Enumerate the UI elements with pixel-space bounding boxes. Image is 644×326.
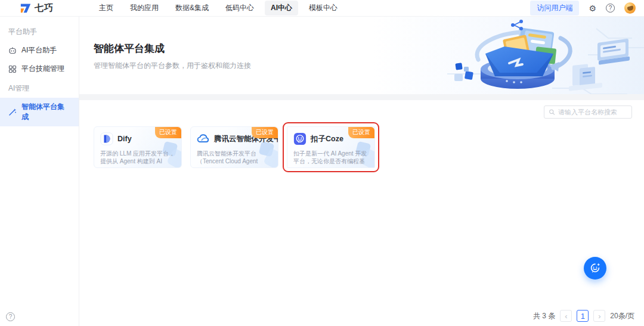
sidebar-item-agent-platform-integration[interactable]: 智能体平台集成 <box>0 98 79 126</box>
platform-name: Dify <box>117 135 132 143</box>
help-icon[interactable]: ? <box>606 4 615 13</box>
hero-illustration <box>447 17 644 94</box>
next-page-button[interactable]: › <box>593 310 605 322</box>
primary-nav: 主页 我的应用 数据&集成 低码中心 AI中心 模板中心 <box>93 1 343 15</box>
navbar-actions: 访问用户端 ⚙ ? <box>530 1 636 15</box>
platform-name: 扣子Coze <box>311 134 343 144</box>
gear-icon[interactable]: ⚙ <box>589 4 596 13</box>
robot-icon <box>8 46 17 55</box>
platform-description: 腾讯云智能体开发平台（Tencent Cloud Agent Developme… <box>197 150 272 165</box>
magic-wand-icon <box>8 108 17 116</box>
layout: 平台助手 AI平台助手 <box>0 17 644 326</box>
logo-icon <box>20 2 32 14</box>
coze-logo-icon <box>293 132 306 145</box>
sidebar-item-ai-platform-assistant[interactable]: AI平台助手 <box>0 41 79 60</box>
page-subtitle: 管理智能体平台的平台参数，用于鉴权和能力连接 <box>94 61 644 71</box>
nav-item-data-integration[interactable]: 数据&集成 <box>169 1 215 15</box>
page-header: 智能体平台集成 管理智能体平台的平台参数，用于鉴权和能力连接 <box>79 17 644 94</box>
tencent-cloud-logo-icon <box>197 132 210 145</box>
configured-badge: 已设置 <box>155 127 181 138</box>
nav-item-template-center[interactable]: 模板中心 <box>303 1 343 15</box>
current-page-button[interactable]: 1 <box>577 310 589 322</box>
dify-logo-icon <box>100 132 113 145</box>
user-avatar[interactable] <box>624 2 636 14</box>
search-icon <box>549 108 555 116</box>
nav-item-ai-center[interactable]: AI中心 <box>265 1 298 15</box>
app-logo[interactable]: 七巧 <box>20 2 86 14</box>
grid-icon <box>8 65 17 73</box>
sidebar-item-label: 智能体平台集成 <box>21 102 70 122</box>
platform-card-dify[interactable]: 已设置 Dify 开源的 LLM 应用开发平台，提供从 Agent 构建到 AI… <box>94 126 182 168</box>
platform-card-tencent-adp[interactable]: 已设置 腾讯云智能体开发平台 腾讯云智能体开发平台（Tencent Cloud … <box>190 126 278 168</box>
sidebar-section-ai-management: AI管理 <box>0 78 79 98</box>
configured-badge: 已设置 <box>348 127 374 138</box>
prev-page-button[interactable]: ‹ <box>560 310 572 322</box>
nav-item-home[interactable]: 主页 <box>93 1 119 15</box>
platform-card-list: 已设置 Dify 开源的 LLM 应用开发平台，提供从 Agent 构建到 AI… <box>94 126 632 168</box>
page-title: 智能体平台集成 <box>94 42 644 55</box>
nav-item-lowcode-center[interactable]: 低码中心 <box>219 1 260 15</box>
ai-assistant-float-button[interactable] <box>584 257 606 280</box>
share-icon <box>511 20 523 30</box>
ai-chat-sparkle-icon <box>589 262 602 275</box>
page-size-label: 20条/页 <box>610 311 634 321</box>
sidebar-section-platform-assistant: 平台助手 <box>0 21 79 41</box>
nav-item-my-apps[interactable]: 我的应用 <box>124 1 165 15</box>
platform-search[interactable] <box>544 105 632 119</box>
platform-description: 开源的 LLM 应用开发平台，提供从 Agent 构建到 AI workflow… <box>100 150 175 165</box>
main-area: 智能体平台集成 管理智能体平台的平台参数，用于鉴权和能力连接 <box>79 17 644 326</box>
configured-badge: 已设置 <box>252 127 278 138</box>
pagination-total: 共 3 条 <box>533 311 555 321</box>
sidebar-help-icon[interactable]: ? <box>6 312 15 321</box>
logo-text: 七巧 <box>35 2 54 14</box>
top-navbar: 七巧 主页 我的应用 数据&集成 低码中心 AI中心 模板中心 访问用户端 ⚙ … <box>0 0 644 17</box>
content-panel: 已设置 Dify 开源的 LLM 应用开发平台，提供从 Agent 构建到 AI… <box>79 100 644 326</box>
sidebar-item-label: 平台技能管理 <box>21 64 64 74</box>
page: 七巧 主页 我的应用 数据&集成 低码中心 AI中心 模板中心 访问用户端 ⚙ … <box>0 0 644 326</box>
pagination: 共 3 条 ‹ 1 › 20条/页 <box>533 310 634 322</box>
visit-client-button[interactable]: 访问用户端 <box>530 1 579 15</box>
sidebar: 平台助手 AI平台助手 <box>0 17 79 326</box>
platform-card-coze[interactable]: 已设置 扣子Coze 扣子是新一 <box>287 126 375 168</box>
sidebar-item-label: AI平台助手 <box>21 45 57 55</box>
sidebar-item-platform-skill-management[interactable]: 平台技能管理 <box>0 60 79 78</box>
search-input[interactable] <box>558 108 627 116</box>
platform-description: 扣子是新一代 AI Agent 开发平台，无论你是否有编程基础，都可以在扣子上快… <box>293 150 369 165</box>
